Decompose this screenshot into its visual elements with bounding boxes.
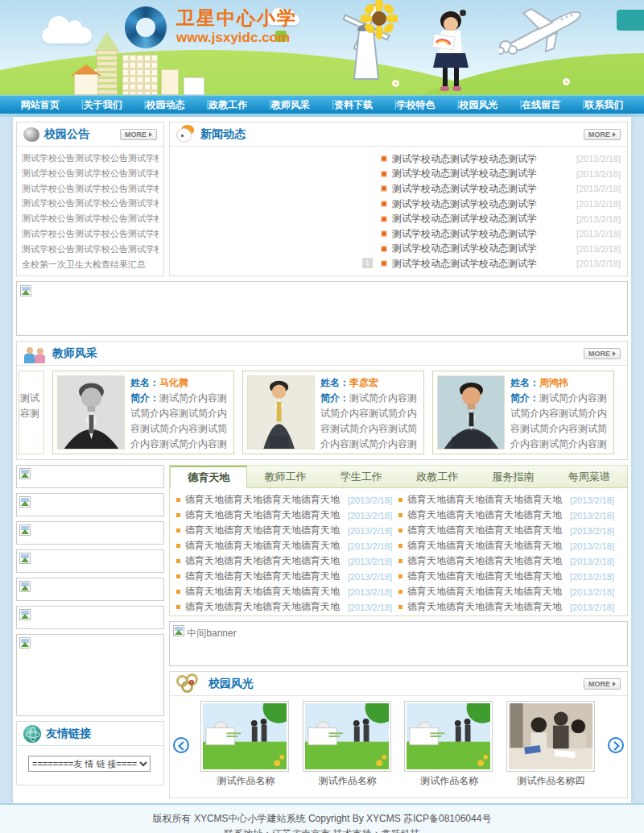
tab-list-item[interactable]: 德育天地德育天地德育天地德育天地[2013/2/18] [176, 492, 398, 508]
friendly-links-select[interactable]: ========友 情 链 接======= [28, 756, 151, 772]
nav-item-scenery[interactable]: 校园风光 [456, 98, 502, 112]
sidebar-banner-large[interactable] [16, 634, 164, 716]
scenery-card[interactable]: 测试作品名称四 [506, 701, 597, 789]
news-item[interactable]: 测试学校动态测试学校动态测试学[2013/2/18] [381, 211, 621, 226]
tab-list-item[interactable]: 德育天地德育天地德育天地德育天地[2013/2/18] [398, 508, 621, 523]
scenery-carousel: 测试作品名称 [189, 701, 608, 789]
tab-list-item[interactable]: 德育天地德育天地德育天地德育天地[2013/2/18] [398, 553, 621, 569]
teacher-card[interactable]: 姓名：周鸿祎 简介：测试简介内容测试简介内容测试简介内容测试简介内容测试简介内容… [432, 371, 614, 454]
nav-item-features[interactable]: 学校特色 [394, 98, 439, 112]
announcement-item[interactable]: 测试学校公告测试学校公告测试学校公告 [22, 151, 159, 166]
news-item[interactable]: 测试学校动态测试学校动态测试学[2013/2/18] [381, 197, 621, 212]
tab-list-item[interactable]: 德育天地德育天地德育天地德育天地[2013/2/18] [398, 523, 621, 538]
news-item[interactable]: 测试学校动态测试学校动态测试学[2013/2/18] [381, 181, 621, 197]
teacher-card-partial[interactable]: 姓名：马化腾 简介：测试简介内容测试简介内容测试简介内容测试简介内容测试简介内容… [19, 371, 44, 454]
nav-item-guestbook[interactable]: 在线留言 [518, 98, 564, 112]
sidebar-banner[interactable] [16, 578, 164, 601]
building-illustration [161, 69, 179, 95]
teacher-name: 李彦宏 [349, 377, 378, 388]
sunflower-icon [361, 0, 398, 42]
scenery-more-button[interactable]: MORE [584, 678, 621, 690]
news-item[interactable]: 测试学校动态测试学校动态测试学[2013/2/18] [381, 226, 621, 242]
announcement-item[interactable]: 测试学校公告测试学校公告测试学校公告 [22, 242, 159, 257]
news-date: [2013/2/18] [576, 199, 621, 209]
page-content: 校园公告 MORE 测试学校公告测试学校公告测试学校公告 测试学校公告测试学校公… [13, 117, 631, 803]
sidebar-banner[interactable] [16, 606, 164, 629]
tab-moral-education[interactable]: 德育天地 [170, 466, 247, 488]
announcement-item[interactable]: 全校第一次卫生大检查结果汇总 [22, 257, 159, 272]
nav-item-downloads[interactable]: 资料下载 [331, 98, 376, 112]
announcement-item[interactable]: 测试学校公告测试学校公告测试学校公告 [22, 166, 159, 181]
rings-icon [176, 673, 204, 694]
site-logo[interactable]: 卫星中心小学 www.jsxyidc.com [125, 6, 297, 48]
tab-student-work[interactable]: 学生工作 [324, 466, 399, 487]
scenery-image [200, 701, 289, 772]
tab-list-item[interactable]: 德育天地德育天地德育天地德育天地[2013/2/18] [398, 569, 621, 584]
teacher-name: 周鸿祎 [539, 377, 568, 388]
bullet-icon [398, 544, 402, 548]
middle-banner[interactable]: 中间banner [169, 621, 628, 666]
news-date: [2013/2/18] [576, 214, 621, 224]
announcement-item[interactable]: 测试学校公告测试学校公告测试学校公告 [22, 211, 159, 226]
tab-list-item[interactable]: 德育天地德育天地德育天地德育天地[2013/2/18] [176, 553, 398, 569]
tab-list-item[interactable]: 德育天地德育天地德育天地德育天地[2013/2/18] [176, 584, 398, 599]
scenery-image [506, 701, 595, 772]
scenery-card[interactable]: 测试作品名称 [404, 701, 494, 789]
bullet-icon [381, 230, 387, 237]
item-date: [2013/2/18] [348, 557, 392, 566]
girl-illustration [427, 3, 487, 93]
slider-page-button[interactable]: 1 [362, 258, 373, 268]
nav-item-about[interactable]: 关于我们 [80, 98, 126, 112]
sidebar-banner[interactable] [16, 549, 164, 573]
teachers-more-button[interactable]: MORE [584, 348, 621, 359]
item-date: [2013/2/18] [348, 603, 392, 612]
announcement-item[interactable]: 测试学校公告测试学校公告测试学校公告 [22, 196, 159, 211]
tab-service-guide[interactable]: 服务指南 [475, 466, 551, 487]
item-date: [2013/2/18] [570, 603, 614, 612]
news-item[interactable]: 测试学校动态测试学校动态测试学[2013/2/18] [381, 167, 621, 182]
news-image-slider[interactable]: 1 [175, 150, 378, 271]
item-date: [2013/2/18] [570, 495, 614, 505]
scenery-caption: 测试作品名称 [303, 772, 393, 789]
scenery-card[interactable]: 测试作品名称 [303, 701, 393, 789]
intro-label: 简介： [510, 392, 539, 404]
tab-list-item[interactable]: 德育天地德育天地德育天地德育天地[2013/2/18] [398, 599, 621, 615]
nav-item-home[interactable]: 网站首页 [18, 98, 63, 112]
scenery-card[interactable]: 测试作品名称 [200, 701, 291, 789]
tab-political-work[interactable]: 政教工作 [399, 466, 475, 487]
news-item[interactable]: 测试学校动态测试学校动态测试学[2013/2/18] [381, 151, 621, 167]
teacher-card[interactable]: 姓名：马化腾 简介：测试简介内容测试简介内容测试简介内容测试简介内容测试简介内容… [52, 371, 234, 454]
tab-list-item[interactable]: 德育天地德育天地德育天地德育天地[2013/2/18] [398, 492, 621, 508]
site-url: www.jsxyidc.com [176, 29, 297, 47]
news-more-button[interactable]: MORE [584, 129, 621, 140]
news-item[interactable]: 测试学校动态测试学校动态测试学[2013/2/18] [381, 256, 621, 271]
announcement-item[interactable]: 测试学校公告测试学校公告测试学校公告 [22, 226, 159, 242]
tab-weekly-menu[interactable]: 每周菜谱 [551, 466, 627, 487]
broken-image-icon [19, 468, 31, 479]
top-banner[interactable] [16, 281, 628, 336]
carousel-next-button[interactable] [608, 737, 624, 753]
tab-list-item[interactable]: 德育天地德育天地德育天地德育天地[2013/2/18] [176, 599, 398, 615]
tab-list-item[interactable]: 德育天地德育天地德育天地德育天地[2013/2/18] [398, 538, 621, 553]
copyright-line: 版权所有 XYCMS中心小学建站系统 Copyright By XYCMS 苏I… [0, 811, 644, 827]
bullet-icon [381, 155, 387, 162]
tab-list-item[interactable]: 德育天地德育天地德育天地德育天地[2013/2/18] [176, 538, 398, 553]
tab-list-item[interactable]: 德育天地德育天地德育天地德育天地[2013/2/18] [176, 508, 398, 523]
announcements-more-button[interactable]: MORE [120, 129, 157, 140]
carousel-prev-button[interactable] [173, 737, 189, 753]
teachers-title: 教师风采 [52, 346, 584, 361]
tab-list-item[interactable]: 德育天地德育天地德育天地德育天地[2013/2/18] [176, 569, 398, 584]
nav-item-political-edu[interactable]: 政教工作 [205, 98, 250, 112]
sidebar-banner[interactable] [16, 465, 164, 488]
sidebar-banner[interactable] [16, 493, 164, 516]
announcement-item[interactable]: 测试学校公告测试学校公告测试学校公告 [22, 181, 159, 197]
sidebar-banner[interactable] [16, 521, 164, 545]
teacher-card[interactable]: 姓名：李彦宏 简介：测试简介内容测试简介内容测试简介内容测试简介内容测试简介内容… [242, 371, 424, 454]
nav-item-teachers[interactable]: 教师风采 [268, 98, 313, 112]
tab-list-item[interactable]: 德育天地德育天地德育天地德育天地[2013/2/18] [176, 523, 398, 538]
nav-item-campus-news[interactable]: 校园动态 [142, 98, 188, 112]
news-item[interactable]: 测试学校动态测试学校动态测试学[2013/2/18] [381, 242, 621, 257]
nav-item-contact[interactable]: 联系我们 [581, 98, 626, 112]
tab-list-item[interactable]: 德育天地德育天地德育天地德育天地[2013/2/18] [398, 584, 621, 599]
tab-teacher-work[interactable]: 教师工作 [247, 466, 323, 487]
